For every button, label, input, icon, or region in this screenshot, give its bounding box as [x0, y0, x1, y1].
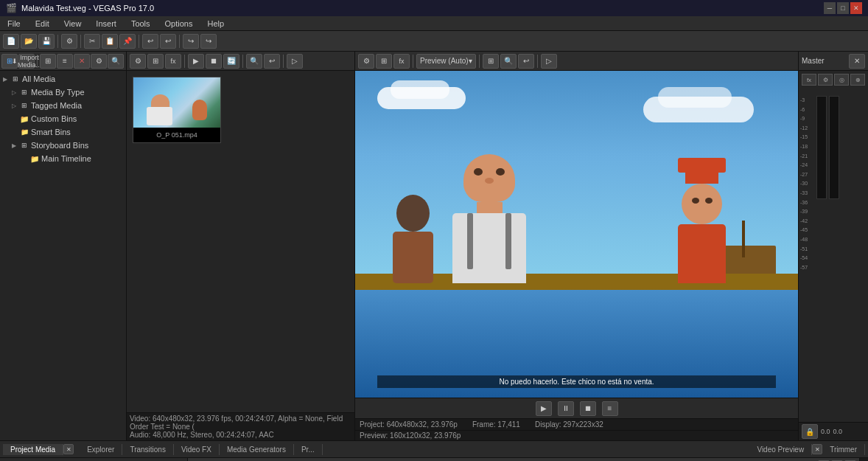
cut-button[interactable]: ✂ [84, 34, 100, 49]
master-settings-btn[interactable]: ⚙ [818, 74, 833, 86]
tab-video-preview[interactable]: Video Preview [749, 444, 812, 455]
mb-autofit[interactable]: ⊞ [147, 54, 164, 69]
vp-more[interactable]: ▷ [541, 54, 557, 69]
display-info: Display: 297x223x32 [535, 420, 603, 429]
menu-tools[interactable]: Tools [127, 18, 155, 30]
preview-play[interactable]: ▶ [536, 401, 552, 416]
center-panel: ⚙ ⊞ fx ▶ ⏹ 🔄 🔍 ↩ ▷ [127, 52, 798, 440]
tab-trimmer[interactable]: Trimmer [822, 444, 865, 455]
vp-sep3 [537, 55, 538, 68]
new-button[interactable]: 📄 [3, 34, 19, 49]
vp-zoom[interactable]: 🔍 [500, 54, 517, 69]
preview-more[interactable]: ≡ [602, 401, 618, 416]
tree-tagged-media[interactable]: ▷ ⊞ Tagged Media [1, 99, 125, 112]
timeline: 00:12:05:11 ≡ M S O_P 051 ⊞ fx ≡ Level: … [0, 458, 868, 461]
media-video-status: Video: 640x480x32, 23.976 fps, 00:24:24:… [130, 415, 351, 431]
scale-27: -27 [800, 170, 816, 180]
video-screen[interactable]: No puedo hacerlo. Este chico no está no … [355, 71, 798, 398]
media-file-thumbnail[interactable]: O_P 051.mp4 [133, 77, 221, 143]
preview-controls: ▶ ⏸ ⏹ ≡ [355, 398, 798, 418]
subtitle-text: No puedo hacerlo. Este chico no está no … [377, 375, 776, 388]
master-level-l: 0.0 [821, 428, 830, 435]
master-lock[interactable]: 🔒 [802, 424, 818, 439]
tab-vp-close[interactable]: ✕ [812, 444, 822, 454]
preview-res-bar: Preview: 160x120x32, 23.976p [355, 430, 798, 440]
vp-grid[interactable]: ⊞ [483, 54, 499, 69]
master-bus-label: Master [802, 57, 825, 65]
tree-storyboard-bins[interactable]: ▶ ⊞ Storyboard Bins [1, 139, 125, 152]
tab-pm-close[interactable]: ✕ [63, 444, 74, 454]
master-fx-btn[interactable]: fx [802, 74, 816, 86]
maximize-button[interactable]: □ [837, 2, 849, 14]
vp-back[interactable]: ↩ [518, 54, 534, 69]
pm-list-view[interactable]: ≡ [57, 54, 73, 69]
vp-fx[interactable]: fx [393, 54, 410, 69]
mb-zoom-out[interactable]: ↩ [264, 54, 280, 69]
import-button[interactable]: ⬇ Import Media... [18, 54, 35, 69]
arrow-mediaByType: ▷ [12, 89, 19, 96]
minimize-button[interactable]: ─ [824, 2, 836, 14]
media-tree: ▶ ⊞ All Media ▷ ⊞ Media By Type ▷ ⊞ Tagg… [0, 71, 126, 440]
tab-media-generators[interactable]: Media Generators [220, 444, 294, 455]
window-title: Malavida Test.veg - VEGAS Pro 17.0 [21, 4, 154, 13]
pm-search[interactable]: 🔍 [108, 54, 124, 69]
master-close[interactable]: ✕ [849, 54, 865, 69]
timeline-vscrollbar[interactable] [859, 458, 868, 461]
tab-transitions[interactable]: Transitions [122, 444, 174, 455]
tree-smart-bins[interactable]: 📁 Smart Bins [1, 125, 125, 139]
vu-left-channel [816, 96, 827, 199]
menu-options[interactable]: Options [161, 18, 197, 30]
tab-pr[interactable]: Pr... [294, 444, 323, 455]
pm-sep [37, 55, 38, 68]
master-plug-btn[interactable]: ⊕ [850, 74, 865, 86]
menu-help[interactable]: Help [203, 18, 228, 30]
titlebar: 🎬 Malavida Test.veg - VEGAS Pro 17.0 ─ □… [0, 0, 868, 16]
project-info: Project: 640x480x32, 23.976p [360, 420, 458, 429]
video-preview: ⚙ ⊞ fx Preview (Auto) ▾ ⊞ 🔍 ↩ ▷ [355, 52, 798, 440]
pm-delete[interactable]: ✕ [74, 54, 90, 69]
menu-insert[interactable]: Insert [91, 18, 121, 30]
scale-33: -33 [800, 189, 816, 198]
vp-settings[interactable]: ⚙ [358, 54, 374, 69]
frame-info: Frame: 17,411 [472, 420, 520, 429]
mb-zoom-in[interactable]: 🔍 [246, 54, 262, 69]
tree-media-by-type[interactable]: ▷ ⊞ Media By Type [1, 86, 125, 99]
tab-video-fx[interactable]: Video FX [174, 444, 220, 455]
mb-fx[interactable]: fx [165, 54, 181, 69]
master-io-btn[interactable]: ◎ [834, 74, 849, 86]
label-mainTimeline: Main Timeline [41, 154, 91, 163]
mb-more[interactable]: ▷ [287, 54, 303, 69]
preview-stop[interactable]: ⏹ [580, 401, 596, 416]
menu-file[interactable]: File [3, 18, 25, 30]
settings-button[interactable]: ⚙ [61, 34, 77, 49]
tab-explorer[interactable]: Explorer [80, 444, 122, 455]
save-button[interactable]: 💾 [38, 34, 55, 49]
tree-main-timeline[interactable]: 📁 Main Timeline [1, 152, 125, 165]
undo2-button[interactable]: ↩ [160, 34, 176, 49]
open-button[interactable]: 📂 [21, 34, 37, 49]
mb-play[interactable]: ▶ [188, 54, 204, 69]
menu-edit[interactable]: Edit [31, 18, 54, 30]
tree-custom-bins[interactable]: 📁 Custom Bins [1, 112, 125, 125]
menu-view[interactable]: View [60, 18, 86, 30]
undo-button[interactable]: ↩ [142, 34, 158, 49]
paste-button[interactable]: 📌 [119, 34, 136, 49]
scale-12: -12 [800, 124, 816, 134]
pm-settings[interactable]: ⚙ [91, 54, 107, 69]
preview-pause[interactable]: ⏸ [558, 401, 574, 416]
scale-48: -48 [800, 235, 816, 245]
vp-autofit[interactable]: ⊞ [376, 54, 392, 69]
close-button[interactable]: ✕ [850, 2, 862, 14]
vu-scale: -3 -6 -9 -12 -15 -18 -21 -24 -27 -30 -33… [800, 93, 816, 420]
redo2-button[interactable]: ↪ [200, 34, 217, 49]
tab-project-media[interactable]: Project Media [3, 444, 63, 455]
copy-button[interactable]: 📋 [102, 34, 118, 49]
mb-loop[interactable]: 🔄 [223, 54, 239, 69]
mb-stop[interactable]: ⏹ [206, 54, 222, 69]
arrow-storyboardBins: ▶ [12, 142, 19, 149]
redo-button[interactable]: ↪ [183, 34, 199, 49]
vp-mode-dropdown[interactable]: Preview (Auto) ▾ [416, 54, 476, 69]
mb-settings[interactable]: ⚙ [130, 54, 146, 69]
tree-all-media[interactable]: ▶ ⊞ All Media [1, 72, 125, 86]
pm-grid-view[interactable]: ⊞ [40, 54, 56, 69]
